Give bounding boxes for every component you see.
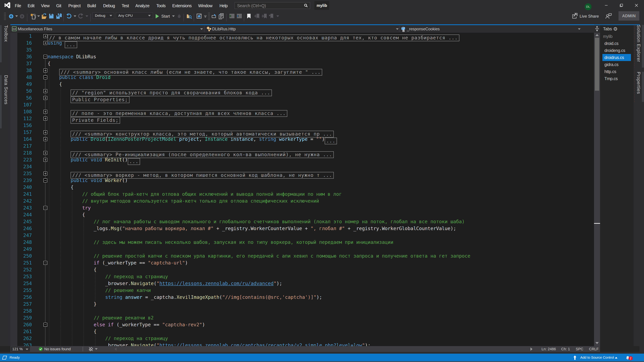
code-line-49[interactable]: 49{: [10, 81, 594, 88]
code-line-38[interactable]: 38/// <summary> основной класс либы (есл…: [10, 67, 594, 74]
menu-debug[interactable]: Debug: [103, 0, 115, 11]
platform-combo[interactable]: Any CPU: [116, 12, 153, 19]
save-all-button[interactable]: [56, 13, 62, 19]
minimize-button[interactable]: [599, 0, 614, 11]
code-line-35[interactable]: 35: [10, 46, 594, 53]
menu-window[interactable]: Window: [198, 0, 212, 11]
code-line-247[interactable]: 247: [10, 232, 594, 239]
code-line-36[interactable]: 36namespace DLibRus: [10, 53, 594, 60]
code-line-245[interactable]: 245// лог начала работы с выводом локаль…: [10, 218, 594, 225]
source-control-chevron[interactable]: [615, 357, 618, 359]
cleanup-caret[interactable]: [95, 348, 98, 350]
menu-edit[interactable]: Edit: [28, 0, 34, 11]
code-line-157[interactable]: 157/// <summary> конструктор класса, это…: [10, 129, 594, 136]
code-line-108[interactable]: 108// поле - это переменная класса, дост…: [10, 108, 594, 115]
fold-expand-box[interactable]: [44, 41, 47, 45]
scroll-up-arrow[interactable]: [595, 34, 599, 36]
navbar-project-caret[interactable]: [200, 28, 203, 30]
hot-reload-icon[interactable]: [177, 13, 181, 19]
dropdown-caret[interactable]: [148, 15, 151, 16]
fold-expand-box[interactable]: [44, 130, 47, 134]
navbar-project-dropdown[interactable]: Miscellaneous Files: [18, 25, 52, 33]
undo-caret[interactable]: [74, 15, 76, 17]
menu-test[interactable]: Test: [122, 0, 129, 11]
fold-expand-box[interactable]: [44, 96, 47, 100]
code-line-234[interactable]: 234: [10, 163, 594, 170]
open-file-button[interactable]: [41, 13, 47, 19]
code-line-242[interactable]: 242// внутри методов используется трай-к…: [10, 198, 594, 204]
menu-project[interactable]: Project: [68, 0, 81, 11]
code-line-253[interactable]: 253// переход на страницу: [10, 273, 594, 280]
new-file-button[interactable]: [30, 13, 36, 19]
tab-item-droidrus.cs[interactable]: droidrus.cs: [602, 54, 631, 61]
code-line-1[interactable]: 1// в самом начале либы в классе дроид я…: [10, 33, 594, 39]
fold-expand-box[interactable]: [44, 68, 47, 72]
code-line-261[interactable]: 261{: [10, 328, 594, 335]
live-share-label[interactable]: Live Share: [580, 11, 599, 22]
dropdown-caret[interactable]: [110, 15, 112, 16]
menu-analyze[interactable]: Analyze: [135, 0, 150, 11]
add-to-source-control[interactable]: Add to Source Control: [580, 354, 614, 361]
code-line-254[interactable]: 254_browser.Navigate("https://lessons.ze…: [10, 280, 594, 287]
new-file-caret[interactable]: [37, 15, 40, 17]
code-line-263[interactable]: 263_browser.Navigate("https://lessons.ze…: [10, 342, 594, 346]
scroll-down-arrow[interactable]: [595, 342, 599, 344]
back-caret[interactable]: [15, 15, 18, 17]
code-line-243[interactable]: 243try: [10, 204, 594, 211]
toolbar-grip[interactable]: [4, 12, 6, 20]
side-tab-data-sources[interactable]: Data Sources: [0, 75, 10, 128]
toggle-bookmark-button[interactable]: [247, 13, 251, 19]
fold-expand-box[interactable]: [44, 89, 47, 93]
menu-file[interactable]: File: [15, 0, 21, 11]
web-home-caret[interactable]: [204, 15, 207, 18]
fold-collapse-box[interactable]: [44, 75, 47, 79]
navbar-member-caret[interactable]: [578, 28, 580, 30]
code-line-235[interactable]: 235/// <summary> воркер - метод, в котор…: [10, 170, 594, 177]
side-tab-toolbox[interactable]: Toolbox: [0, 25, 10, 62]
admin-button[interactable]: ADMIN: [618, 11, 639, 21]
fold-collapse-box[interactable]: [44, 261, 47, 265]
code-line-37[interactable]: 37{: [10, 60, 594, 67]
gear-icon[interactable]: ⚙: [613, 25, 618, 33]
code-line-16[interactable]: 16using ...: [10, 39, 594, 46]
fold-expand-box[interactable]: [44, 158, 47, 162]
scrollbar-thumb[interactable]: [595, 38, 599, 91]
splitter-icon[interactable]: [595, 25, 600, 32]
tab-item-droid.cs[interactable]: droid.cs: [602, 40, 631, 47]
code-line-217[interactable]: 217: [10, 143, 594, 149]
fold-collapse-box[interactable]: [44, 323, 47, 327]
window-title[interactable]: mylib: [314, 1, 329, 10]
start-button[interactable]: [155, 14, 159, 18]
code-line-218[interactable]: 218/// <summary> Ре-инициализация (после…: [10, 149, 594, 156]
code-line-223[interactable]: 223public void ReInit()...: [10, 156, 594, 163]
maximize-button[interactable]: [614, 0, 629, 11]
code-line-244[interactable]: 244{: [10, 211, 594, 218]
save-button[interactable]: [49, 13, 54, 19]
code-line-156[interactable]: 156: [10, 122, 594, 129]
toolbar-grip2[interactable]: [208, 12, 210, 20]
search-box[interactable]: Search (Ctrl+Q): [234, 2, 310, 9]
menu-help[interactable]: Help: [220, 0, 228, 11]
code-line-251[interactable]: 251if (_workerType == "captcha-url"): [10, 259, 594, 266]
fold-expand-box[interactable]: [44, 110, 47, 114]
fold-expand-box[interactable]: [44, 34, 47, 38]
tab-item-Tmp.cs[interactable]: Tmp.cs: [602, 75, 631, 82]
code-line-262[interactable]: 262// переход на страницу: [10, 335, 594, 342]
fold-expand-box[interactable]: [44, 172, 47, 175]
back-button[interactable]: [9, 14, 14, 18]
navbar-member-dropdown[interactable]: _responseCookies: [407, 25, 440, 33]
code-line-259[interactable]: 259// решение рекапчи в2: [10, 314, 594, 321]
next-bookmark-button[interactable]: [262, 13, 267, 19]
code-line-112[interactable]: 112Private Fields;: [10, 115, 594, 122]
format-document-button[interactable]: [229, 14, 235, 19]
side-tab-properties[interactable]: Properties: [634, 72, 644, 102]
hscroll-left-arrow[interactable]: [114, 348, 116, 351]
fold-expand-box[interactable]: [44, 117, 47, 120]
code-line-48[interactable]: 48public class Droid: [10, 74, 594, 81]
hscroll-right-arrow[interactable]: [530, 348, 532, 351]
start-caret[interactable]: [172, 15, 175, 17]
code-cleanup-icon[interactable]: [88, 347, 93, 352]
undo-button[interactable]: [66, 13, 72, 19]
vertical-scrollbar[interactable]: [594, 33, 600, 346]
code-line-107[interactable]: 107: [10, 101, 594, 108]
